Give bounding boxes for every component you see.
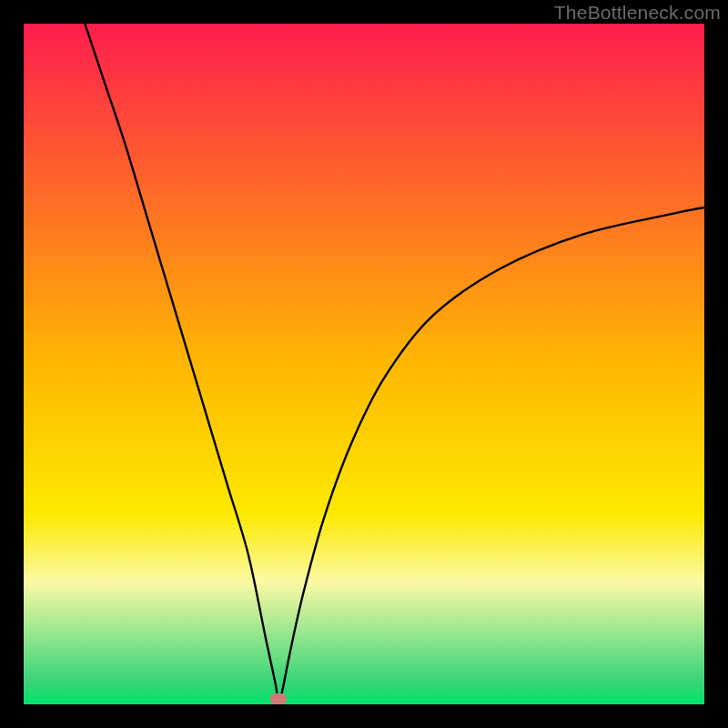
attribution-text: TheBottleneck.com — [554, 2, 721, 24]
optimum-marker — [270, 693, 287, 704]
chart-frame — [24, 24, 704, 704]
chart-background — [24, 24, 704, 704]
chart-plot-svg — [24, 24, 704, 704]
